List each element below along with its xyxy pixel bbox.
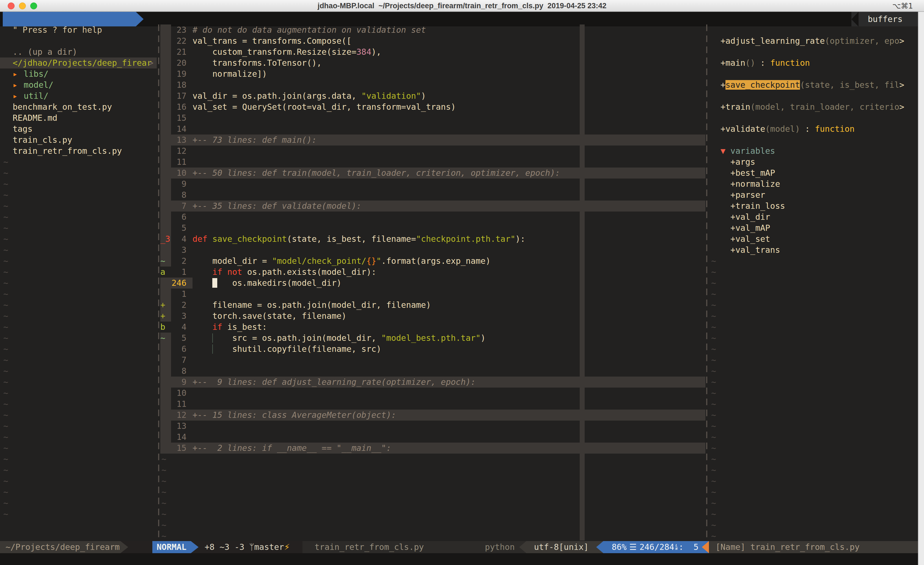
code-line[interactable]: 11 <box>160 156 705 168</box>
tagbar-statusline: [Name] train_retr_from_cls.py <box>709 541 918 553</box>
code-line[interactable]: 9+-- 9 lines: def adjust_learning_rate(o… <box>160 377 705 388</box>
sign-column <box>160 47 171 57</box>
code-line[interactable]: 17val_dir = os.path.join(args.data, "val… <box>160 90 705 102</box>
code-line[interactable]: 13 <box>160 421 705 431</box>
code-line[interactable]: ~2 model_dir = "model/check_point/{}".fo… <box>160 255 705 266</box>
tag-token: (optimizer, epo <box>825 36 899 46</box>
cursor-block <box>212 278 217 288</box>
code-line[interactable]: 7 <box>160 355 705 365</box>
code-token: is_best: <box>222 322 267 332</box>
code-line[interactable]: ~ <box>160 530 705 541</box>
code-line[interactable]: ~ <box>160 520 705 530</box>
line-number: 8 <box>171 189 192 201</box>
sign-column <box>160 278 171 289</box>
empty-line-marker: ~ <box>0 168 157 179</box>
code-line[interactable]: ~ <box>160 509 705 520</box>
code-line[interactable]: ~ <box>160 497 705 509</box>
tag-entry[interactable]: +train(model, train_loader, criterio> <box>709 102 918 113</box>
code-line[interactable]: ~ <box>160 454 705 464</box>
tag-entry[interactable]: +val_set <box>709 233 918 245</box>
tag-entry[interactable]: +validate(model) : function <box>709 123 918 135</box>
code-text: os.makedirs(model_dir) <box>192 278 705 289</box>
code-line[interactable]: 20 transforms.ToTensor(), <box>160 57 705 69</box>
tag-entry[interactable]: +val_trans <box>709 245 918 255</box>
code-line[interactable]: ~5 src = os.path.join(model_dir, "model_… <box>160 332 705 344</box>
code-token: "checkpoint.pth.tar" <box>416 234 515 244</box>
code-line[interactable]: 11 <box>160 398 705 410</box>
code-line[interactable]: a1 if not os.path.exists(model_dir): <box>160 266 705 278</box>
code-line[interactable]: 6 shutil.copyfile(filename, src) <box>160 344 705 355</box>
nerdtree-panel: " Press ? for help.. (up a dir)</jdhao/P… <box>0 24 157 541</box>
tree-item-dir[interactable]: ▸model/ <box>0 80 157 90</box>
code-line[interactable]: 7+-- 35 lines: def validate(model): <box>160 201 705 212</box>
window-separator[interactable] <box>158 24 159 541</box>
code-line[interactable]: ~ <box>160 476 705 487</box>
line-number: 5 <box>171 332 192 344</box>
code-line[interactable]: 21 custom_transform.Resize(size=384), <box>160 47 705 57</box>
code-line[interactable]: 9 <box>160 179 705 189</box>
tree-up-dir[interactable]: .. (up a dir) <box>0 47 157 57</box>
tree-item-dir[interactable]: ▸util/ <box>0 90 157 102</box>
code-line[interactable]: 1 <box>160 289 705 299</box>
code-line[interactable]: _34def save_checkpoint(state, is_best, f… <box>160 233 705 245</box>
tag-entry[interactable]: +val_dir <box>709 212 918 222</box>
tree-item-file[interactable]: tags <box>0 123 157 135</box>
code-line[interactable]: 6 <box>160 212 705 222</box>
tag-entry[interactable]: +args <box>709 156 918 168</box>
line-number: 10 <box>171 168 192 179</box>
window-shortcut-badge: ⌥⌘1 <box>892 0 913 12</box>
code-line[interactable]: 3 <box>160 245 705 255</box>
code-line[interactable]: +3 torch.save(state, filename) <box>160 311 705 322</box>
tree-item-file[interactable]: README.md <box>0 113 157 123</box>
code-line[interactable]: 15 <box>160 113 705 123</box>
empty-line-marker: ~ <box>709 530 918 541</box>
code-line[interactable]: 8 <box>160 365 705 377</box>
code-line[interactable]: 5 <box>160 222 705 233</box>
sign-column <box>160 355 171 365</box>
fold-line: +-- 9 lines: def adjust_learning_rate(op… <box>192 377 705 388</box>
tree-item-file[interactable]: benchmark_on_test.py <box>0 102 157 113</box>
window-separator[interactable] <box>706 24 707 541</box>
code-text <box>192 355 705 365</box>
tag-entry[interactable]: +val_mAP <box>709 222 918 233</box>
code-line[interactable]: +2 filename = os.path.join(model_dir, fi… <box>160 299 705 311</box>
code-line[interactable]: 12 <box>160 146 705 156</box>
tag-entry[interactable]: +adjust_learning_rate(optimizer, epo> <box>709 36 918 47</box>
code-line[interactable]: 8 <box>160 189 705 201</box>
code-text <box>192 156 705 168</box>
code-line[interactable]: 10 <box>160 388 705 398</box>
code-line[interactable]: 10+-- 50 lines: def train(model, train_l… <box>160 168 705 179</box>
code-line[interactable]: 13+-- 73 lines: def main(): <box>160 135 705 146</box>
tag-entry[interactable]: +save_checkpoint(state, is_best, fil> <box>709 80 918 90</box>
code-line[interactable]: b4 if is_best: <box>160 322 705 332</box>
tag-entry[interactable]: +main() : function <box>709 57 918 69</box>
code-line[interactable]: 246 os.makedirs(model_dir) <box>160 278 705 289</box>
code-line[interactable]: 14 <box>160 431 705 443</box>
tree-item-file[interactable]: train_cls.py <box>0 135 157 146</box>
tag-entry[interactable]: +train_loss <box>709 201 918 212</box>
code-line[interactable]: 22val_trans = transforms.Compose([ <box>160 36 705 47</box>
tree-item-dir[interactable]: ▸libs/ <box>0 69 157 80</box>
code-line[interactable]: ~ <box>160 464 705 476</box>
code-line[interactable]: 19 normalize]) <box>160 69 705 80</box>
code-line[interactable]: ~ <box>160 487 705 497</box>
tag-entry[interactable]: +best_mAP <box>709 168 918 179</box>
line-number: 1 <box>171 289 192 299</box>
code-line[interactable]: 16val_set = QuerySet(root=val_dir, trans… <box>160 102 705 113</box>
empty-line-marker: ~ <box>161 454 166 464</box>
tag-entry[interactable]: +normalize <box>709 179 918 189</box>
scrollbar[interactable] <box>918 12 924 565</box>
tree-root-path[interactable]: </jdhao/Projects/deep_firear> <box>0 57 157 69</box>
empty-line-marker: ~ <box>709 278 918 289</box>
tag-entry[interactable]: +parser <box>709 189 918 201</box>
empty-line-marker: ~ <box>709 410 918 421</box>
tag-entry[interactable]: ▼ variables <box>709 146 918 156</box>
code-line[interactable]: 12+-- 15 lines: class AverageMeter(objec… <box>160 410 705 421</box>
code-line[interactable]: 15+-- 2 lines: if __name__ == "__main__"… <box>160 443 705 454</box>
tree-item-file[interactable]: train_retr_from_cls.py <box>0 146 157 156</box>
sign-column <box>160 410 171 421</box>
code-line[interactable]: 14 <box>160 123 705 135</box>
command-line[interactable] <box>0 553 918 565</box>
code-line[interactable]: 23# do not do data augmentation on valid… <box>160 24 705 36</box>
code-line[interactable]: 18 <box>160 80 705 90</box>
